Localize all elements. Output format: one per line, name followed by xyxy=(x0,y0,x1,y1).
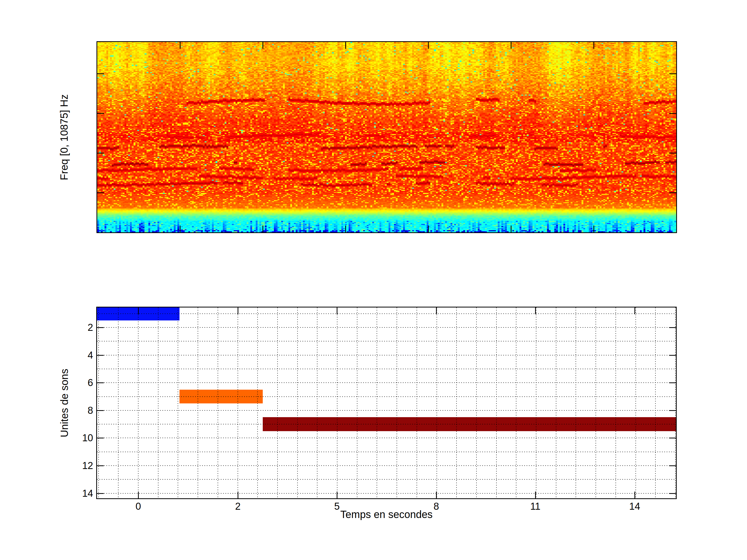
y-tick-label: 14 xyxy=(59,487,93,499)
minor-gridline-horizontal xyxy=(97,396,676,397)
minor-gridline-vertical xyxy=(317,308,317,498)
minor-gridline-horizontal xyxy=(97,424,676,424)
minor-gridline-vertical xyxy=(636,308,636,498)
minor-gridline-vertical xyxy=(536,308,536,498)
minor-gridline-horizontal xyxy=(97,355,676,355)
time-x-tick xyxy=(138,308,139,314)
y-tick-label: 6 xyxy=(59,377,93,389)
minor-gridline-horizontal xyxy=(97,437,676,438)
time-x-tick xyxy=(635,308,635,314)
unit-y-tick xyxy=(97,493,104,494)
y-tick-label: 8 xyxy=(59,404,93,416)
minor-gridline-horizontal xyxy=(97,479,676,480)
minor-gridline-vertical xyxy=(616,308,616,498)
minor-gridline-vertical xyxy=(277,308,278,498)
minor-gridline-vertical xyxy=(198,308,198,498)
unit-y-tick xyxy=(97,382,104,383)
freq-y-tick xyxy=(669,73,676,74)
spec-x-tick xyxy=(428,225,429,232)
y-tick-label: 2 xyxy=(59,321,93,334)
minor-gridline-horizontal xyxy=(97,452,676,452)
time-x-tick xyxy=(238,491,238,498)
unit-y-tick xyxy=(669,355,676,356)
spec-x-tick xyxy=(428,42,429,49)
minor-gridline-vertical xyxy=(437,308,437,498)
freq-y-tick xyxy=(97,153,104,154)
minor-gridline-horizontal xyxy=(97,314,676,314)
x-tick-label: 0 xyxy=(120,500,156,512)
minor-gridline-vertical xyxy=(217,308,218,498)
x-tick-label: 14 xyxy=(617,500,653,512)
minor-gridline-vertical xyxy=(575,308,576,498)
spec-x-tick xyxy=(593,42,594,49)
spec-x-tick xyxy=(345,225,346,232)
x-tick-label: 5 xyxy=(319,500,355,512)
minor-gridline-vertical xyxy=(496,308,497,498)
x-tick-label: 8 xyxy=(418,500,455,512)
y-tick-label: 12 xyxy=(59,460,93,472)
unit-y-tick xyxy=(97,327,104,328)
matlab-figure: Freq [0, 10875] Hz Unites de sons Temps … xyxy=(0,0,747,560)
spectrogram-axes xyxy=(97,41,677,233)
unit-y-tick xyxy=(669,410,676,411)
spectrogram-canvas xyxy=(97,42,676,232)
freq-y-tick xyxy=(97,73,104,74)
minor-gridline-vertical xyxy=(158,308,158,498)
minor-gridline-horizontal xyxy=(97,382,676,383)
spec-x-tick xyxy=(345,42,346,49)
spectrogram-ylabel-text: Freq [0, 10875] Hz xyxy=(59,94,70,180)
minor-gridline-horizontal xyxy=(97,410,676,411)
minor-gridline-vertical xyxy=(138,308,138,498)
spec-x-tick xyxy=(262,225,263,232)
minor-gridline-vertical xyxy=(337,308,337,498)
freq-y-tick xyxy=(669,153,676,154)
time-x-tick xyxy=(535,491,536,498)
minor-gridline-vertical xyxy=(118,308,119,498)
minor-gridline-vertical xyxy=(396,308,397,498)
spec-x-tick xyxy=(180,42,181,49)
minor-gridline-vertical xyxy=(476,308,477,498)
unit-y-tick xyxy=(669,382,676,383)
spec-x-tick xyxy=(511,225,512,232)
spec-x-tick xyxy=(593,225,594,232)
minor-gridline-vertical xyxy=(556,308,556,498)
timeline-axes xyxy=(96,307,677,499)
unit-y-tick xyxy=(669,465,676,466)
time-x-tick xyxy=(436,491,437,498)
unit-y-tick xyxy=(97,465,104,466)
minor-gridline-vertical xyxy=(675,308,676,498)
minor-gridline-vertical xyxy=(98,308,99,498)
minor-gridline-horizontal xyxy=(97,341,676,342)
minor-gridline-vertical xyxy=(297,308,298,498)
spec-x-tick xyxy=(262,42,263,49)
time-x-tick xyxy=(635,491,635,498)
minor-gridline-horizontal xyxy=(97,369,676,369)
minor-gridline-vertical xyxy=(595,308,596,498)
minor-gridline-vertical xyxy=(357,308,357,498)
minor-gridline-vertical xyxy=(178,308,178,498)
unit-y-tick xyxy=(97,355,104,356)
minor-gridline-horizontal xyxy=(97,465,676,466)
minor-gridline-vertical xyxy=(238,308,238,498)
minor-gridline-vertical xyxy=(416,308,417,498)
minor-gridline-vertical xyxy=(257,308,258,498)
spec-x-tick xyxy=(180,225,181,232)
time-x-tick xyxy=(436,308,437,314)
unit-y-tick xyxy=(669,493,676,494)
y-tick-label: 4 xyxy=(59,349,93,361)
y-tick-label: 10 xyxy=(59,432,93,444)
minor-gridline-vertical xyxy=(655,308,656,498)
minor-gridline-vertical xyxy=(377,308,377,498)
minor-gridline-horizontal xyxy=(97,493,676,494)
freq-y-tick xyxy=(97,192,104,193)
spec-x-tick xyxy=(511,42,512,49)
minor-gridline-vertical xyxy=(516,308,516,498)
minor-gridline-horizontal xyxy=(97,327,676,328)
time-x-tick xyxy=(337,308,337,314)
freq-y-tick xyxy=(669,113,676,114)
x-tick-label: 2 xyxy=(220,500,256,512)
minor-gridline-vertical xyxy=(456,308,457,498)
x-tick-label: 11 xyxy=(517,500,553,512)
freq-y-tick xyxy=(97,113,104,114)
time-x-tick xyxy=(138,491,139,498)
